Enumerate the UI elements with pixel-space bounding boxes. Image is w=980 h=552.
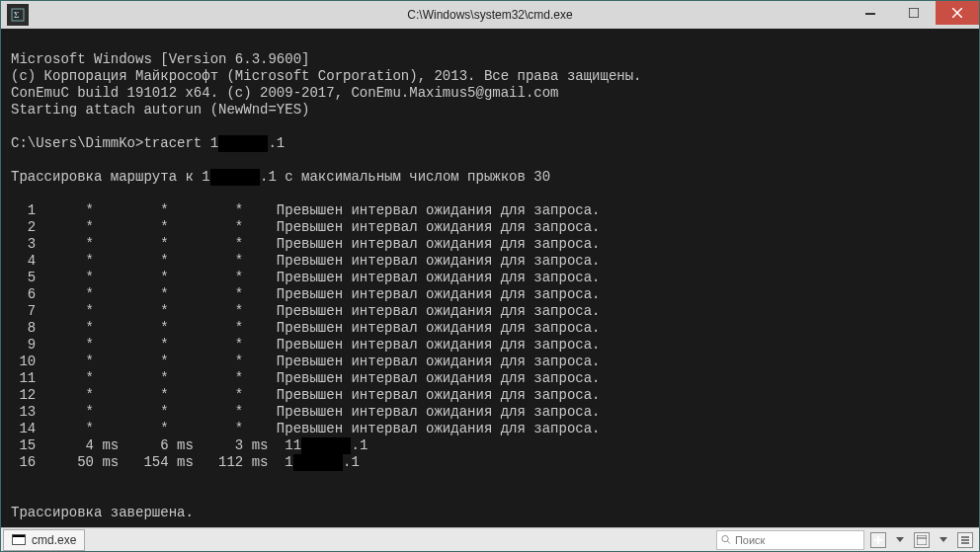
svg-point-6 [722, 535, 728, 541]
trace-header: Трассировка маршрута к 1XXXXXX.1 с макси… [11, 169, 550, 185]
terminal-header-line: Starting attach autorun (NewWnd=YES) [11, 102, 309, 118]
terminal-header-line: Microsoft Windows [Version 6.3.9600] [11, 51, 309, 67]
svg-rect-2 [865, 13, 875, 15]
minimize-button[interactable] [849, 1, 892, 25]
svg-marker-13 [939, 537, 947, 542]
tab-label: cmd.exe [32, 533, 76, 547]
trace-hop: 8 * * * Превышен интервал ожидания для з… [11, 320, 969, 337]
trace-hop: 4 * * * Превышен интервал ожидания для з… [11, 253, 969, 270]
search-icon [721, 534, 731, 545]
alt-console-dropdown-button[interactable] [936, 532, 951, 548]
chevron-down-icon [939, 537, 947, 543]
tab-cmd[interactable]: cmd.exe [3, 529, 85, 551]
cmd-icon [12, 534, 26, 545]
svg-line-7 [727, 541, 730, 544]
svg-rect-11 [917, 535, 927, 545]
app-icon: Σ [7, 4, 29, 26]
trace-hop: 2 * * * Превышен интервал ожидания для з… [11, 219, 969, 236]
maximize-icon [909, 8, 919, 18]
hamburger-icon [960, 535, 970, 545]
terminal-header-line: ConEmuC build 191012 x64. (c) 2009-2017,… [11, 85, 559, 101]
trace-hop: 10 * * * Превышен интервал ожидания для … [11, 354, 969, 370]
terminal-header-line: (c) Корпорация Майкрософт (Microsoft Cor… [11, 68, 642, 84]
svg-text:Σ: Σ [14, 11, 19, 20]
search-box[interactable] [716, 530, 864, 550]
new-console-button[interactable] [870, 532, 886, 548]
svg-rect-3 [909, 8, 919, 18]
menu-button[interactable] [957, 532, 973, 548]
plus-icon [873, 535, 883, 545]
alt-console-button[interactable] [914, 532, 930, 548]
trace-complete: Трассировка завершена. [11, 505, 194, 520]
terminal-output[interactable]: Microsoft Windows [Version 6.3.9600] (c)… [1, 29, 979, 527]
trace-hop: 16 50 ms 154 ms 112 ms 1XXXXXX.1 [11, 454, 969, 471]
trace-hop: 14 * * * Превышен интервал ожидания для … [11, 421, 969, 437]
statusbar-right [716, 530, 979, 550]
trace-hop: 12 * * * Превышен интервал ожидания для … [11, 387, 969, 404]
trace-hops: 1 * * * Превышен интервал ожидания для з… [11, 202, 969, 471]
statusbar: cmd.exe [1, 527, 979, 551]
titlebar: Σ C:\Windows\system32\cmd.exe [1, 1, 979, 29]
trace-hop: 15 4 ms 6 ms 3 ms 11XXXXXX.1 [11, 437, 969, 454]
window-controls [849, 1, 979, 29]
search-input[interactable] [735, 534, 859, 546]
trace-hop: 5 * * * Превышен интервал ожидания для з… [11, 270, 969, 286]
window-icon [917, 535, 927, 545]
trace-hop: 9 * * * Превышен интервал ожидания для з… [11, 337, 969, 354]
new-console-dropdown-button[interactable] [892, 532, 908, 548]
trace-hop: 13 * * * Превышен интервал ожидания для … [11, 404, 969, 421]
close-button[interactable] [936, 1, 979, 25]
trace-hop: 1 * * * Превышен интервал ожидания для з… [11, 202, 969, 219]
maximize-button[interactable] [892, 1, 936, 25]
trace-hop: 11 * * * Превышен интервал ожидания для … [11, 370, 969, 387]
svg-marker-10 [896, 537, 904, 542]
prompt-line: C:\Users\DimmKo>tracert 1XXXXXX.1 [11, 135, 285, 151]
chevron-down-icon [896, 537, 904, 543]
trace-hop: 6 * * * Превышен интервал ожидания для з… [11, 286, 969, 303]
trace-hop: 7 * * * Превышен интервал ожидания для з… [11, 303, 969, 320]
window-title: C:\Windows\system32\cmd.exe [407, 8, 572, 22]
trace-hop: 3 * * * Превышен интервал ожидания для з… [11, 236, 969, 253]
minimize-icon [865, 8, 875, 18]
close-icon [952, 8, 962, 18]
